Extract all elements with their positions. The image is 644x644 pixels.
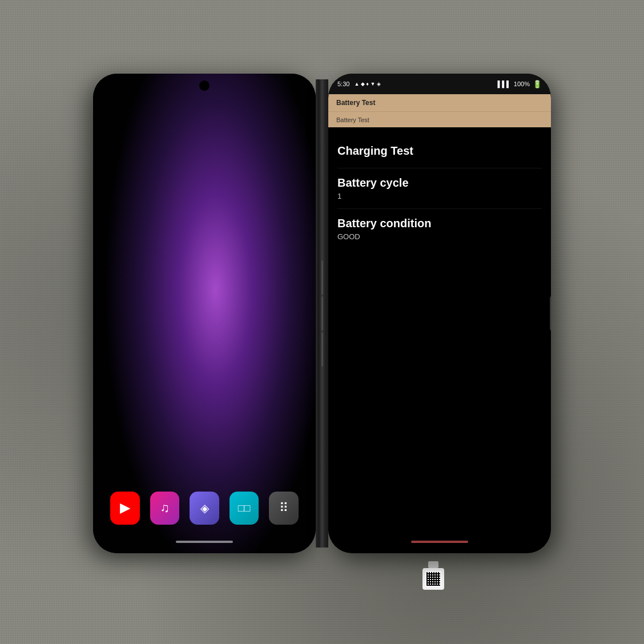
usb-body <box>422 568 444 590</box>
charging-test-title: Charging Test <box>337 144 542 158</box>
right-phone: 5:30 ▲ ◆ ♦ ▼ ◈ ▌▌▌ 100% 🔋 Battery Test B… <box>328 74 551 553</box>
battery-cycle-section: Battery cycle 1 <box>337 168 542 209</box>
signal-icon: ▌▌▌ <box>497 80 510 87</box>
dock-youtube-icon[interactable]: ▶ <box>110 492 140 525</box>
left-screen: ▶ ♫ ◈ □□ ⠿ <box>93 74 316 553</box>
screen-content: Charging Test Battery cycle 1 Battery co… <box>328 127 551 553</box>
app-subtitle-text: Battery Test <box>336 116 369 123</box>
left-phone: ▶ ♫ ◈ □□ ⠿ <box>93 74 316 553</box>
status-time: 5:30 ▲ ◆ ♦ ▼ ◈ <box>337 80 381 87</box>
charging-test-section: Charging Test <box>337 136 542 168</box>
usb-dongle <box>422 561 444 590</box>
status-bar: 5:30 ▲ ◆ ♦ ▼ ◈ ▌▌▌ 100% 🔋 <box>328 74 551 94</box>
qr-code <box>425 571 441 587</box>
home-indicator-left <box>176 541 233 543</box>
battery-icon: 🔋 <box>533 80 542 88</box>
hinge-detail <box>321 260 323 295</box>
app-title-text: Battery Test <box>336 99 375 107</box>
volume-button[interactable] <box>550 296 551 331</box>
battery-status: ▌▌▌ 100% 🔋 <box>497 80 542 88</box>
phone-hinge <box>316 79 328 548</box>
app-bar-subtitle: Battery Test <box>328 111 551 127</box>
battery-level: 100% <box>514 80 530 87</box>
battery-condition-title: Battery condition <box>337 217 542 230</box>
dock-music-icon[interactable]: ♫ <box>150 492 180 525</box>
dock-apps-icon[interactable]: ⠿ <box>269 492 299 525</box>
battery-cycle-title: Battery cycle <box>337 176 542 190</box>
time-display: 5:30 <box>337 80 349 87</box>
dock-game-icon[interactable]: ◈ <box>190 492 219 525</box>
home-indicator-right <box>411 541 468 543</box>
hinge-detail <box>321 332 323 367</box>
front-camera-left <box>199 80 210 91</box>
phone-container: ▶ ♫ ◈ □□ ⠿ <box>93 74 551 553</box>
hinge-detail <box>321 296 323 331</box>
app-bar-title: Battery Test <box>328 94 551 111</box>
battery-condition-section: Battery condition GOOD <box>337 209 542 249</box>
battery-condition-value: GOOD <box>337 232 542 241</box>
battery-cycle-value: 1 <box>337 192 542 200</box>
left-dock: ▶ ♫ ◈ □□ ⠿ <box>93 492 316 525</box>
usb-connector <box>428 561 438 568</box>
dock-shortcut-icon[interactable]: □□ <box>230 492 259 525</box>
status-icons: ▲ ◆ ♦ ▼ ◈ <box>354 81 380 87</box>
